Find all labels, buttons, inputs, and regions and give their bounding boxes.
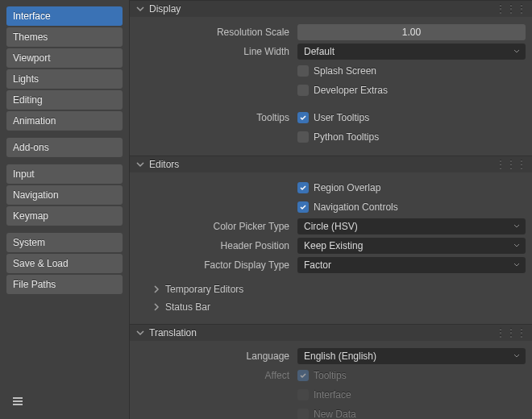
- sidebar-item-addons[interactable]: Add-ons: [6, 138, 123, 157]
- header-position-label: Header Position: [136, 240, 297, 251]
- main-content: Display ⋮⋮⋮ Resolution Scale 1.00 Line W…: [129, 0, 532, 419]
- python-tooltips-label: Python Tooltips: [314, 131, 379, 143]
- sub-temporary-editors[interactable]: Temporary Editors: [136, 280, 526, 298]
- factor-display-select[interactable]: Factor: [297, 257, 526, 273]
- panel-display: Display ⋮⋮⋮ Resolution Scale 1.00 Line W…: [130, 0, 532, 156]
- python-tooltips-checkbox[interactable]: [297, 131, 309, 143]
- header-position-select[interactable]: Keep Existing: [297, 238, 526, 254]
- chevron-down-icon: [513, 261, 521, 269]
- sidebar-item-viewport[interactable]: Viewport: [6, 48, 123, 68]
- line-width-select[interactable]: Default: [297, 44, 526, 60]
- user-tooltips-checkbox[interactable]: [297, 112, 309, 123]
- sidebar-item-themes[interactable]: Themes: [6, 27, 123, 47]
- translation-interface-label: Interface: [314, 389, 351, 400]
- splash-checkbox[interactable]: [297, 65, 309, 77]
- panel-display-header[interactable]: Display ⋮⋮⋮: [130, 1, 532, 17]
- navigation-controls-checkbox[interactable]: [297, 201, 309, 213]
- sidebar-item-system[interactable]: System: [6, 233, 123, 252]
- translation-newdata-label: New Data: [314, 409, 356, 419]
- language-label: Language: [136, 351, 297, 362]
- chevron-down-icon: [513, 48, 521, 56]
- panel-editors: Editors ⋮⋮⋮ Region Overlap Navigation Co…: [130, 156, 532, 324]
- resolution-scale-label: Resolution Scale: [136, 27, 297, 38]
- sidebar-item-interface[interactable]: Interface: [6, 6, 123, 26]
- sidebar-item-keymap[interactable]: Keymap: [6, 206, 123, 226]
- region-overlap-label: Region Overlap: [314, 182, 380, 193]
- tooltips-label: Tooltips: [136, 112, 297, 123]
- chevron-down-icon: [513, 352, 521, 360]
- chevron-right-icon: [152, 303, 160, 311]
- sidebar-item-save-load[interactable]: Save & Load: [6, 254, 123, 273]
- translation-newdata-checkbox[interactable]: [297, 409, 309, 419]
- panel-translation-header[interactable]: Translation ⋮⋮⋮: [130, 325, 532, 341]
- panel-display-title: Display: [149, 3, 181, 15]
- translation-interface-checkbox[interactable]: [297, 389, 309, 400]
- chevron-down-icon: [513, 242, 521, 250]
- region-overlap-checkbox[interactable]: [297, 182, 309, 193]
- panel-editors-title: Editors: [149, 159, 179, 170]
- sidebar-item-animation[interactable]: Animation: [6, 111, 123, 131]
- navigation-controls-label: Navigation Controls: [314, 201, 398, 213]
- sidebar-item-file-paths[interactable]: File Paths: [6, 275, 123, 294]
- language-select[interactable]: English (English): [297, 348, 526, 364]
- chevron-down-icon: [513, 222, 521, 230]
- chevron-right-icon: [152, 285, 160, 293]
- panel-grip-icon[interactable]: ⋮⋮⋮: [496, 327, 527, 338]
- hamburger-icon[interactable]: [6, 390, 123, 413]
- sidebar-item-lights[interactable]: Lights: [6, 69, 123, 89]
- splash-label: Splash Screen: [314, 65, 376, 77]
- chevron-down-icon: [136, 329, 144, 337]
- sidebar: Interface Themes Viewport Lights Editing…: [0, 0, 129, 419]
- panel-translation-title: Translation: [149, 327, 197, 338]
- panel-grip-icon[interactable]: ⋮⋮⋮: [496, 3, 527, 15]
- panel-grip-icon[interactable]: ⋮⋮⋮: [496, 159, 527, 170]
- sidebar-item-input[interactable]: Input: [6, 164, 123, 184]
- factor-display-label: Factor Display Type: [136, 259, 297, 271]
- chevron-down-icon: [136, 5, 144, 13]
- panel-translation: Translation ⋮⋮⋮ Language English (Englis…: [130, 324, 532, 419]
- panel-editors-header[interactable]: Editors ⋮⋮⋮: [130, 156, 532, 172]
- color-picker-select[interactable]: Circle (HSV): [297, 218, 526, 234]
- color-picker-label: Color Picker Type: [136, 221, 297, 232]
- translation-tooltips-label: Tooltips: [314, 370, 347, 381]
- translation-tooltips-checkbox[interactable]: [297, 370, 309, 381]
- sidebar-item-navigation[interactable]: Navigation: [6, 185, 123, 205]
- developer-extras-label: Developer Extras: [314, 85, 388, 96]
- affect-label: Affect: [136, 370, 297, 381]
- sidebar-item-editing[interactable]: Editing: [6, 90, 123, 110]
- developer-extras-checkbox[interactable]: [297, 85, 309, 96]
- line-width-label: Line Width: [136, 46, 297, 57]
- chevron-down-icon: [136, 160, 144, 168]
- user-tooltips-label: User Tooltips: [314, 112, 369, 123]
- sub-status-bar[interactable]: Status Bar: [136, 298, 526, 316]
- resolution-scale-input[interactable]: 1.00: [297, 24, 526, 40]
